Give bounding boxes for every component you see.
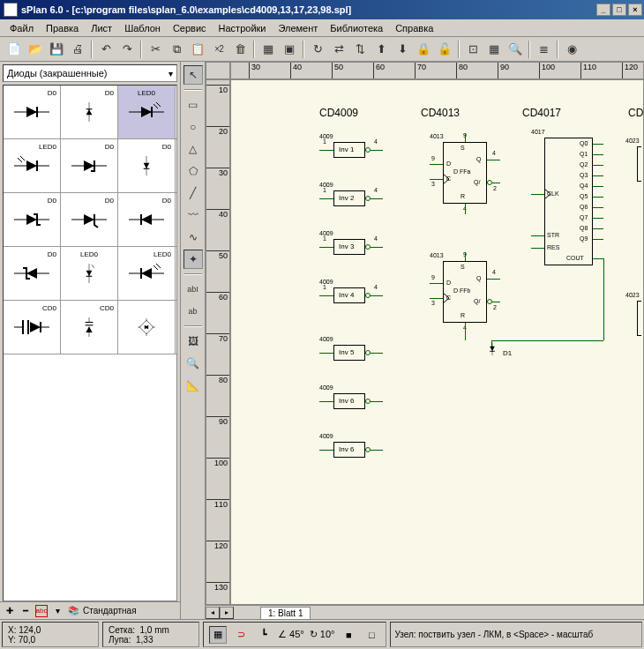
- cut-button[interactable]: ✂: [145, 40, 166, 59]
- library-category-dropdown[interactable]: Диоды (закрашенные): [3, 64, 177, 82]
- tool-image[interactable]: 🖼: [183, 332, 203, 351]
- svg-line-39: [156, 264, 161, 268]
- list-button[interactable]: ≣: [533, 40, 554, 59]
- lib-component[interactable]: [118, 301, 176, 354]
- paste-button[interactable]: 📋: [187, 40, 208, 59]
- search-button[interactable]: 🔍: [505, 40, 526, 59]
- canvas-area: 30 40 50 60 70 80 90 100 110 120 10 20 3…: [206, 62, 644, 619]
- rotate-button[interactable]: ↻: [307, 40, 328, 59]
- tool-rect[interactable]: ▭: [183, 95, 203, 115]
- lib-component[interactable]: LED0: [118, 247, 176, 300]
- sheet-tab[interactable]: 1: Blatt 1: [260, 607, 311, 619]
- tool-poly2[interactable]: ⬠: [183, 161, 203, 181]
- window-title: sPlan 6.0 - [c:\program files\splan_6.0\…: [21, 4, 596, 15]
- lib-component[interactable]: CD0: [4, 301, 61, 354]
- lib-component[interactable]: D0: [61, 86, 118, 138]
- abc-icon[interactable]: abc: [35, 605, 48, 617]
- save-button[interactable]: 💾: [46, 40, 67, 59]
- close-button[interactable]: ×: [628, 4, 642, 16]
- menu-service[interactable]: Сервис: [167, 21, 213, 35]
- lib-component[interactable]: LED0: [4, 139, 61, 192]
- sheet-tabs-bar: ◂ ▸ 1: Blatt 1: [206, 605, 644, 619]
- tool-ortho[interactable]: ┗: [255, 626, 273, 644]
- new-button[interactable]: 📄: [4, 40, 25, 59]
- tool-text[interactable]: abI: [183, 280, 203, 299]
- menu-element[interactable]: Элемент: [272, 21, 324, 35]
- lib-component[interactable]: D0: [61, 139, 118, 192]
- group-button[interactable]: ▣: [279, 40, 300, 59]
- tool-curve[interactable]: 〰: [183, 205, 203, 225]
- align-button[interactable]: ▦: [258, 40, 279, 59]
- tool-outline[interactable]: □: [363, 626, 380, 644]
- open-button[interactable]: 📂: [25, 40, 46, 59]
- tool-filled[interactable]: ■: [340, 626, 357, 644]
- flip-h-button[interactable]: ⇄: [328, 40, 349, 59]
- diode-label: D1: [503, 349, 512, 357]
- tool-bezier[interactable]: ∿: [183, 228, 203, 247]
- tab-scroll-left[interactable]: ◂: [206, 607, 220, 619]
- minimize-button[interactable]: _: [596, 4, 610, 16]
- lib-component[interactable]: D0: [4, 86, 61, 138]
- menu-edit[interactable]: Правка: [40, 21, 85, 35]
- lock-button[interactable]: 🔒: [413, 40, 434, 59]
- tool-line[interactable]: ╱: [183, 183, 203, 203]
- lib-component-selected[interactable]: LED0: [118, 86, 176, 138]
- tab-scroll-right[interactable]: ▸: [220, 607, 234, 619]
- menu-file[interactable]: Файл: [4, 21, 40, 35]
- tool-zoom[interactable]: 🔍: [183, 354, 203, 373]
- chip-title-cd4013: CD4013: [421, 107, 460, 119]
- lib-component[interactable]: LED0: [61, 247, 118, 300]
- lib-component[interactable]: D0: [4, 247, 61, 300]
- svg-line-14: [18, 158, 22, 162]
- status-coords: X: 124,0 Y: 70,0: [2, 622, 99, 647]
- svg-line-38: [154, 265, 158, 270]
- angle-45: ∠ 45°: [278, 629, 304, 640]
- flip-v-button[interactable]: ⇅: [349, 40, 371, 59]
- redo-button[interactable]: ↷: [116, 40, 138, 59]
- unlock-button[interactable]: 🔓: [434, 40, 455, 59]
- lib-component[interactable]: D0: [118, 193, 176, 246]
- menu-template[interactable]: Шаблон: [118, 21, 167, 35]
- svg-marker-50: [86, 326, 93, 332]
- menu-library[interactable]: Библиотека: [324, 21, 389, 35]
- tool-measure[interactable]: 📐: [183, 376, 203, 395]
- chip-title-cd4017: CD4017: [522, 107, 561, 119]
- svg-line-15: [20, 156, 25, 160]
- status-grid: Сетка: 1,0 mm Лупа: 1,33: [102, 622, 199, 647]
- library-grid: D0 D0 LED0 LED0 D0: [3, 85, 177, 601]
- tool-pointer[interactable]: ↖: [183, 65, 203, 85]
- undo-button[interactable]: ↶: [95, 40, 116, 59]
- menu-help[interactable]: Справка: [389, 21, 439, 35]
- grid-button[interactable]: ▦: [483, 40, 505, 59]
- tool-node[interactable]: ✦: [183, 250, 203, 269]
- remove-icon[interactable]: ━: [19, 605, 32, 617]
- canvas[interactable]: CD4009 CD4013 CD4017 CD 4009 Inv 1 1 4 4…: [230, 79, 644, 605]
- zoom-fit-button[interactable]: ⊡: [462, 40, 483, 59]
- front-button[interactable]: ⬆: [371, 40, 392, 59]
- ruler-corner: [206, 62, 230, 79]
- add-icon[interactable]: ✚: [4, 605, 16, 617]
- lib-component[interactable]: CD0: [61, 301, 118, 354]
- view-button[interactable]: ◉: [561, 40, 582, 59]
- tool-circle[interactable]: ○: [183, 117, 203, 137]
- menu-settings[interactable]: Настройки: [213, 21, 273, 35]
- tool-magnet[interactable]: ⊃: [232, 626, 250, 644]
- down-icon[interactable]: ▾: [51, 605, 64, 617]
- svg-marker-24: [84, 214, 94, 225]
- lib-icon[interactable]: 📚: [67, 605, 79, 617]
- copy-button[interactable]: ⧉: [166, 40, 187, 59]
- chip-title-cd4009: CD4009: [319, 107, 358, 119]
- tool-poly[interactable]: △: [183, 139, 203, 159]
- svg-marker-29: [26, 268, 37, 279]
- menu-sheet[interactable]: Лист: [85, 21, 118, 35]
- print-button[interactable]: 🖨: [67, 40, 88, 59]
- back-button[interactable]: ⬇: [392, 40, 413, 59]
- maximize-button[interactable]: □: [612, 4, 626, 16]
- lib-component[interactable]: D0: [4, 193, 61, 246]
- tool-grid-snap[interactable]: ▦: [209, 626, 227, 644]
- lib-component[interactable]: D0: [61, 193, 118, 246]
- tool-label[interactable]: ab: [183, 302, 203, 321]
- duplicate-button[interactable]: ×2: [208, 40, 229, 59]
- delete-button[interactable]: 🗑: [229, 40, 251, 59]
- lib-component[interactable]: D0: [118, 139, 176, 192]
